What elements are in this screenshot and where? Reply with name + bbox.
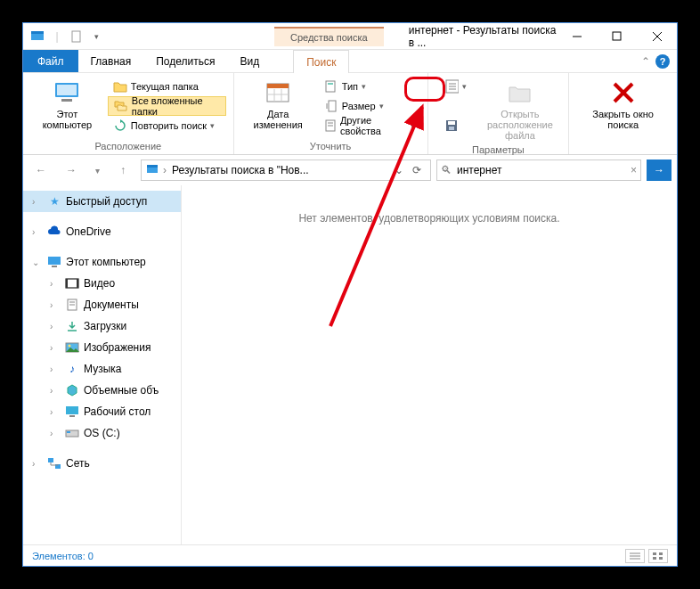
tab-home[interactable]: Главная [78,50,144,72]
type-button[interactable]: Тип ▾ [319,77,420,96]
chevron-down-icon: ⌄ [32,258,43,267]
this-pc-button[interactable]: Этот компьютер [30,77,104,132]
svg-rect-17 [329,101,336,111]
calendar-icon [264,78,292,107]
chevron-down-icon: ▾ [462,82,467,91]
close-button[interactable] [637,24,677,49]
recent-button[interactable]: ▾ [89,159,105,182]
svg-rect-47 [67,431,70,433]
close-search-button[interactable]: Закрыть окно поиска [576,77,670,132]
svg-rect-36 [66,279,68,288]
svg-rect-54 [659,552,663,555]
refresh-icon[interactable]: ⟳ [407,164,427,176]
search-go-button[interactable]: → [647,160,672,181]
list-icon [444,79,459,94]
search-folder-icon [145,162,159,179]
minimize-button[interactable] [557,24,597,49]
search-box[interactable]: 🔍︎ × [436,160,641,181]
folder-open-icon [506,78,534,107]
tree-pictures[interactable]: › Изображения [23,337,181,358]
back-button[interactable]: ← [28,159,53,182]
tree-documents[interactable]: › Документы [23,294,181,315]
maximize-button[interactable] [597,24,637,49]
chevron-right-icon: › [32,227,43,237]
empty-message: Нет элементов, удовлетворяющих условиям … [298,212,559,225]
type-icon [324,79,338,94]
search-again-button[interactable]: Повторить поиск ▾ [108,116,226,135]
tree-3d[interactable]: › Объемные объ [23,380,181,401]
ribbon-collapse-icon[interactable]: ⌃ [641,55,650,68]
properties-icon [324,119,337,133]
chevron-down-icon: ▾ [210,121,215,130]
address-input[interactable] [170,163,391,177]
date-modified-button[interactable]: Дата изменения [241,77,315,132]
folder-icon [113,79,127,94]
up-button[interactable]: ↑ [110,159,135,182]
group-close: Закрыть окно поиска [569,73,677,154]
tree-os-c[interactable]: › OS (C:) [23,422,181,444]
svg-point-43 [69,345,71,348]
network-icon [46,455,62,471]
chevron-down-icon: ▾ [362,82,366,91]
svg-rect-56 [659,557,663,560]
current-folder-button[interactable]: Текущая папка [108,77,226,96]
tab-file[interactable]: Файл [23,50,78,72]
tab-search[interactable]: Поиск [293,50,349,73]
this-pc-button-label: Этот компьютер [34,109,101,130]
tab-share[interactable]: Поделиться [143,50,227,72]
svg-rect-53 [653,552,656,555]
svg-rect-9 [61,99,72,102]
desktop-icon [64,404,80,420]
cube-icon [64,382,80,398]
tab-view[interactable]: Вид [227,50,272,72]
menubar: Файл Главная Поделиться Вид Поиск ⌃ ? [23,50,677,73]
svg-rect-34 [66,279,78,288]
titlebar: | ▾ Средства поиска интернет - Результат… [23,23,677,50]
drive-icon [64,425,80,441]
qat-dropdown-icon[interactable]: ▾ [87,28,105,45]
video-icon [64,275,80,291]
recent-searches-button[interactable]: ▾ [435,77,476,96]
qat-doc-icon[interactable] [68,28,85,45]
tree-network[interactable]: › Сеть [23,453,181,474]
folders-icon [114,99,128,113]
address-box[interactable]: › ⌄ ⟳ [141,160,431,181]
monitor-icon [53,78,81,107]
view-details-button[interactable] [625,549,645,563]
other-props-button[interactable]: Другие свойства ▾ [319,116,420,135]
cloud-icon [46,224,62,240]
tree-videos[interactable]: › Видео [23,273,181,294]
nav-tree: › ★ Быстрый доступ › OneDrive ⌄ Этот ком… [23,185,182,544]
tree-downloads[interactable]: › Загрузки [23,315,181,337]
search-input[interactable] [455,163,627,177]
ribbon: Этот компьютер Текущая папка Все вложенн… [23,73,677,155]
svg-rect-55 [653,557,656,560]
tree-music[interactable]: ›♪ Музыка [23,358,181,380]
window-title: интернет - Результаты поиска в ... [384,24,557,49]
close-x-icon [609,78,638,107]
address-bar: ← → ▾ ↑ › ⌄ ⟳ 🔍︎ × → [23,155,677,185]
all-subfolders-button[interactable]: Все вложенные папки [108,96,226,116]
help-icon[interactable]: ? [655,54,670,69]
svg-rect-2 [72,31,80,42]
group-options: ▾ Открыть расположение файла Параметры [428,73,570,154]
save-search-button[interactable] [435,116,476,135]
svg-rect-32 [48,257,61,265]
svg-rect-37 [77,279,78,288]
chevron-down-icon[interactable]: ⌄ [395,164,403,176]
music-icon: ♪ [64,361,80,377]
tree-this-pc[interactable]: ⌄ Этот компьютер [23,251,181,273]
tree-quick-access[interactable]: › ★ Быстрый доступ [23,191,181,212]
tree-desktop[interactable]: › Рабочий стол [23,401,181,422]
svg-rect-26 [448,121,455,125]
refresh-icon [113,119,127,133]
svg-rect-16 [328,83,333,85]
svg-rect-1 [31,31,44,34]
content-pane: Нет элементов, удовлетворяющих условиям … [182,185,677,544]
size-button[interactable]: Размер ▾ [319,96,420,116]
tree-onedrive[interactable]: › OneDrive [23,221,181,242]
clear-search-icon[interactable]: × [631,164,637,176]
svg-rect-8 [57,85,77,95]
view-icons-button[interactable] [648,549,668,563]
forward-button[interactable]: → [59,159,84,182]
